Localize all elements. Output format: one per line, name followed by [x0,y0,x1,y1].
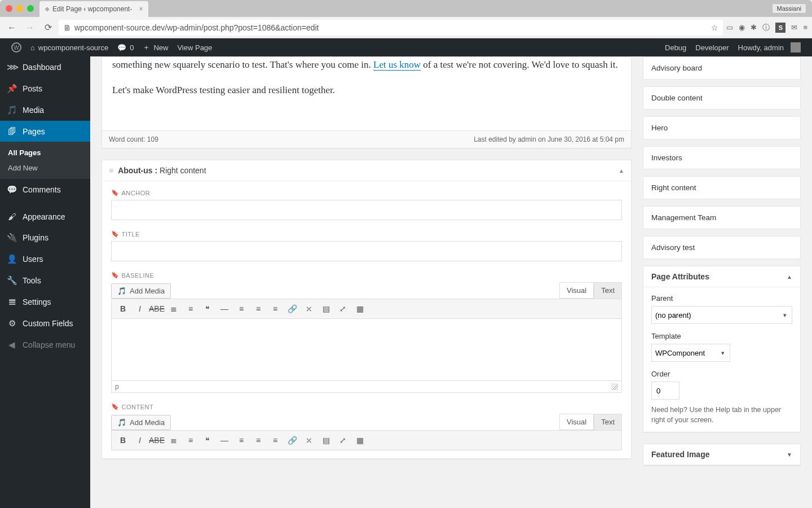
menu-tools[interactable]: 🔧Tools [0,270,90,291]
let-us-know-link[interactable]: Let us know [373,59,421,71]
blockquote-icon[interactable]: ❝ [200,433,215,448]
list-item[interactable]: Management Team [643,206,801,229]
back-button[interactable]: ← [5,20,19,35]
component-header[interactable]: ≡ About-us : Right content ▲ [102,160,631,181]
browser-tab[interactable]: ⎆ Edit Page ‹ wpcomponent- × [39,1,148,17]
menu-plugins[interactable]: 🔌Plugins [0,227,90,248]
wp-logo[interactable]: W [7,38,26,56]
title-input[interactable] [111,241,622,261]
fullscreen-icon[interactable]: ⤢ [335,433,351,448]
debug-link[interactable]: Debug [660,38,691,56]
add-media-button-content[interactable]: 🎵Add Media [111,415,171,430]
hr-icon[interactable]: — [217,301,232,316]
numbered-list-icon[interactable]: ≡ [183,433,198,448]
toolbar-toggle-icon[interactable]: ▦ [352,301,368,316]
link-icon[interactable]: 🔗 [284,433,300,448]
readmore-icon[interactable]: ▤ [318,433,334,448]
order-input[interactable] [651,382,679,400]
my-account[interactable]: Howdy, admin [734,38,805,56]
menu-users[interactable]: 👤Users [0,248,90,270]
italic-icon[interactable]: I [132,301,148,316]
fullscreen-icon[interactable]: ⤢ [335,301,351,316]
menu-appearance[interactable]: 🖌Appearance [0,206,90,227]
extension-s-icon[interactable]: S [775,23,785,33]
view-page-link[interactable]: View Page [173,38,217,56]
featured-image-header[interactable]: Featured Image ▼ [643,444,800,465]
baseline-editor[interactable] [111,319,622,381]
align-left-icon[interactable]: ≡ [233,301,249,316]
italic-icon[interactable]: I [132,433,148,448]
developer-link[interactable]: Developer [691,38,733,56]
strikethrough-icon[interactable]: ABE [149,301,165,316]
mail-icon[interactable]: ✉ [791,23,797,32]
add-media-button-baseline[interactable]: 🎵Add Media [111,283,171,299]
forward-button[interactable]: → [23,20,37,35]
readmore-icon[interactable]: ▤ [318,301,334,316]
maximize-window-icon[interactable] [27,5,34,12]
url-bar[interactable]: 🗎 wpcomponent-source.dev/wp-admin/post.p… [59,20,723,36]
star-icon[interactable]: ☆ [711,23,718,32]
bullet-list-icon[interactable]: ≣ [166,301,182,316]
parent-select[interactable]: (no parent) [651,306,792,324]
menu-media[interactable]: 🎵Media [0,99,90,121]
align-center-icon[interactable]: ≡ [250,433,266,448]
align-right-icon[interactable]: ≡ [267,433,283,448]
element-path[interactable]: p [115,383,119,391]
align-left-icon[interactable]: ≡ [233,433,249,448]
strikethrough-icon[interactable]: ABE [149,433,165,448]
list-item[interactable]: Advisory test [643,236,801,259]
collapse-toggle-icon[interactable]: ▲ [787,274,792,280]
tab-text[interactable]: Text [594,414,622,430]
template-select[interactable]: WPComponent [651,344,730,362]
close-tab-icon[interactable]: × [139,5,143,13]
menu-comments[interactable]: 💬Comments [0,179,90,200]
bold-icon[interactable]: B [115,301,131,316]
gear-icon[interactable]: ✱ [751,23,757,32]
align-center-icon[interactable]: ≡ [250,301,266,316]
camera-icon[interactable]: ◉ [739,23,745,32]
editor-body[interactable]: something new squarely scenario to test.… [102,57,631,130]
bold-icon[interactable]: B [115,433,131,448]
menu-settings[interactable]: 𝌆Settings [0,291,90,313]
menu-posts[interactable]: 📌Posts [0,78,90,99]
unlink-icon[interactable]: ⤫ [301,301,317,316]
list-item[interactable]: Right content [643,176,801,199]
menu-custom-fields[interactable]: ⚙Custom Fields [0,313,90,334]
unlink-icon[interactable]: ⤫ [301,433,317,448]
tab-text[interactable]: Text [594,282,622,299]
list-item[interactable]: Hero [643,116,801,139]
close-window-icon[interactable] [6,5,12,12]
new-content-link[interactable]: ＋ New [138,38,173,56]
bullet-list-icon[interactable]: ≣ [166,433,182,448]
cast-icon[interactable]: ▭ [726,23,733,32]
collapse-toggle-icon[interactable]: ▼ [787,452,792,458]
browser-profile-badge[interactable]: Massiani [772,3,806,14]
list-item[interactable]: Investors [643,146,801,169]
collapse-menu[interactable]: ◀Collapse menu [0,334,90,356]
submenu-add-new[interactable]: Add New [0,160,90,176]
tab-visual[interactable]: Visual [559,414,594,430]
minimize-window-icon[interactable] [16,5,23,12]
anchor-input[interactable] [111,200,622,220]
site-name-link[interactable]: ⌂ wpcomponent-source [26,38,113,56]
menu-dashboard[interactable]: ⋙Dashboard [0,56,90,78]
hr-icon[interactable]: — [217,433,232,448]
menu-pages[interactable]: 🗐Pages [0,121,90,142]
link-icon[interactable]: 🔗 [284,301,300,316]
page-attributes-header[interactable]: Page Attributes ▲ [643,266,800,287]
numbered-list-icon[interactable]: ≡ [183,301,198,316]
toolbar-toggle-icon[interactable]: ▦ [352,433,368,448]
reload-button[interactable]: ⟳ [41,20,55,35]
list-item[interactable]: Double content [643,86,801,110]
resize-grip-icon[interactable] [611,383,618,390]
info-icon[interactable]: ⓘ [762,23,770,33]
hamburger-icon[interactable]: ≡ [803,23,807,32]
drag-handle-icon[interactable]: ≡ [109,166,113,175]
align-right-icon[interactable]: ≡ [267,301,283,316]
collapse-toggle-icon[interactable]: ▲ [619,168,624,174]
tab-visual[interactable]: Visual [559,282,594,299]
submenu-all-pages[interactable]: All Pages [0,145,90,160]
list-item[interactable]: Advisory board [643,56,801,80]
comments-link[interactable]: 💬 0 [113,38,138,56]
blockquote-icon[interactable]: ❝ [200,301,215,316]
